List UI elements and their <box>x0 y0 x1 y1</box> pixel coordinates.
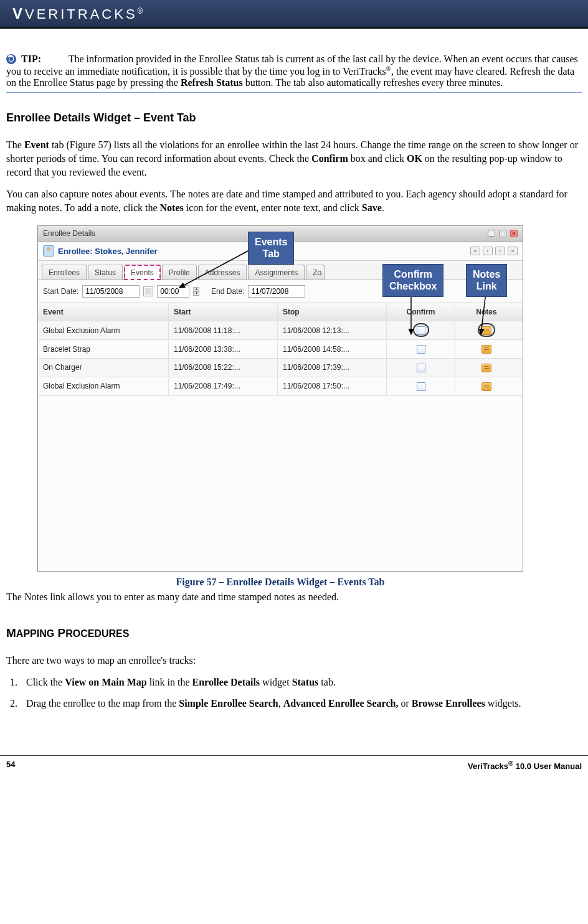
cell-start: 11/06/2008 11:18:... <box>169 322 278 339</box>
cell-notes <box>455 359 518 377</box>
callout-notes-text: NotesLink <box>473 269 500 291</box>
table-row: Global Exclusion Alarm 11/06/2008 11:18:… <box>38 321 523 340</box>
next-icon[interactable]: › <box>495 247 505 255</box>
browse-enrollees-bold: Browse Enrollees <box>412 698 485 709</box>
callout-confirm-checkbox: ConfirmCheckbox <box>382 264 443 297</box>
confirm-checkbox[interactable] <box>417 345 425 354</box>
minimize-icon[interactable]: _ <box>488 230 495 237</box>
confirm-checkbox[interactable] <box>417 382 425 391</box>
callout-events-tab: EventsTab <box>248 232 294 265</box>
mapping-steps: Click the View on Main Map link in the E… <box>20 676 582 710</box>
col-event: Event <box>38 303 169 321</box>
tip-box: TIP: The information provided in the Enr… <box>6 54 582 88</box>
p2-c: icon for the event, enter note text, and… <box>184 202 362 213</box>
tip-text-3: button. The tab also automatically refre… <box>243 77 503 88</box>
col-notes: Notes <box>455 303 518 321</box>
notes-link-icon[interactable] <box>481 345 491 354</box>
tab-profile[interactable]: Profile <box>162 265 197 280</box>
tab-assignments[interactable]: Assignments <box>248 265 305 280</box>
p1-a: The <box>6 139 24 150</box>
cell-notes <box>455 321 518 339</box>
events-table: Event Start Stop Confirm Notes Global Ex… <box>38 303 523 571</box>
page-content: TIP: The information provided in the Enr… <box>0 29 588 724</box>
confirm-highlight <box>417 326 425 334</box>
cell-stop: 11/06/2008 17:39:... <box>278 359 387 376</box>
confirm-checkbox[interactable] <box>417 326 425 335</box>
app-header: VVERITRACKS® <box>0 0 588 29</box>
confirm-checkbox[interactable] <box>417 364 425 372</box>
lightbulb-icon <box>6 54 16 64</box>
cell-notes <box>455 377 518 395</box>
last-icon[interactable]: » <box>508 247 518 255</box>
cell-confirm <box>387 340 455 358</box>
cell-event: Bracelet Strap <box>38 341 169 358</box>
maximize-icon[interactable]: □ <box>499 230 506 237</box>
heading-mapping-procedures: MAPPING PROCEDURES <box>6 626 582 640</box>
tab-status[interactable]: Status <box>88 265 123 280</box>
end-date-input[interactable] <box>248 285 305 298</box>
table-header: Event Start Stop Confirm Notes <box>38 303 523 321</box>
cell-stop: 11/06/2008 17:50:... <box>278 377 387 395</box>
cell-confirm <box>387 359 455 377</box>
time-spinner[interactable]: ▲▼ <box>193 287 199 296</box>
figure-57: Enrollee Details _ □ × Enrollee: Stokes,… <box>37 225 529 588</box>
notes-link-icon[interactable] <box>481 326 491 335</box>
notes-link-icon[interactable] <box>481 382 491 391</box>
list-item: Drag the enrollee to the map from the Si… <box>20 697 582 710</box>
save-bold: Save <box>362 202 382 213</box>
start-time-input[interactable] <box>157 285 189 298</box>
callout-events-text: EventsTab <box>255 237 287 258</box>
callout-notes-link: NotesLink <box>466 264 507 297</box>
paragraph-1: The Event tab (Figure 57) lists all the … <box>6 138 582 179</box>
prev-icon[interactable]: ‹ <box>483 247 493 255</box>
cell-stop: 11/06/2008 14:58:... <box>278 341 387 358</box>
cell-event: Global Exclusion Alarm <box>38 377 169 395</box>
notes-bold: Notes <box>160 202 184 213</box>
col-start: Start <box>169 303 278 321</box>
p2-e: . <box>382 202 384 213</box>
map-intro: There are two ways to map an enrollee's … <box>6 654 582 667</box>
heading-event-tab: Enrollee Details Widget – Event Tab <box>6 111 582 125</box>
advanced-search-bold: Advanced Enrollee Search, <box>283 698 399 709</box>
tab-zones-cut[interactable]: Zo <box>306 265 325 280</box>
cell-start: 11/06/2008 13:38:... <box>169 341 278 358</box>
cell-start: 11/06/2008 17:49:... <box>169 377 278 395</box>
confirm-bold: Confirm <box>311 153 348 164</box>
tab-events[interactable]: Events <box>124 265 161 280</box>
close-icon[interactable]: × <box>510 230 518 237</box>
enrollee-details-widget: Enrollee Details _ □ × Enrollee: Stokes,… <box>37 225 523 572</box>
first-icon[interactable]: « <box>470 247 480 255</box>
paragraph-2: You can also capture notes about events.… <box>6 187 582 214</box>
start-date-input[interactable] <box>82 285 140 298</box>
cell-event: On Charger <box>38 359 169 376</box>
event-bold: Event <box>24 139 49 150</box>
tab-addresses[interactable]: Addresses <box>198 265 247 280</box>
cell-confirm <box>387 377 455 395</box>
start-date-label: Start Date: <box>43 287 78 296</box>
nav-icons: « ‹ › » <box>470 247 518 255</box>
page-footer: 54 VeriTracks® 10.0 User Manual <box>0 755 588 780</box>
manual-title: VeriTracks® 10.0 User Manual <box>468 760 582 771</box>
enrollee-details-bold: Enrollee Details <box>192 677 260 687</box>
cell-start: 11/06/2008 15:22:... <box>169 359 278 376</box>
cell-stop: 11/06/2008 12:13:... <box>278 322 387 339</box>
calendar-icon[interactable] <box>143 286 153 296</box>
p1-e: box and click <box>348 153 407 164</box>
tab-enrollees[interactable]: Enrollees <box>42 265 87 280</box>
col-confirm: Confirm <box>387 303 455 321</box>
paragraph-3: The Notes link allows you to enter as ma… <box>6 590 582 604</box>
table-row: Global Exclusion Alarm 11/06/2008 17:49:… <box>38 377 523 396</box>
figure-caption: Figure 57 – Enrollee Details Widget – Ev… <box>37 577 523 588</box>
tip-divider <box>6 92 582 93</box>
table-row: On Charger 11/06/2008 15:22:... 11/06/20… <box>38 359 523 377</box>
registered-mark: ® <box>386 65 391 72</box>
cell-event: Global Exclusion Alarm <box>38 322 169 339</box>
notes-link-icon[interactable] <box>481 364 491 372</box>
table-row: Bracelet Strap 11/06/2008 13:38:... 11/0… <box>38 340 523 359</box>
cell-notes <box>455 340 518 358</box>
callout-confirm-text: ConfirmCheckbox <box>389 269 437 291</box>
end-date-label: End Date: <box>211 287 244 296</box>
cell-confirm <box>387 321 455 339</box>
status-bold: Status <box>292 677 319 687</box>
view-on-main-map-bold: View on Main Map <box>65 677 146 687</box>
